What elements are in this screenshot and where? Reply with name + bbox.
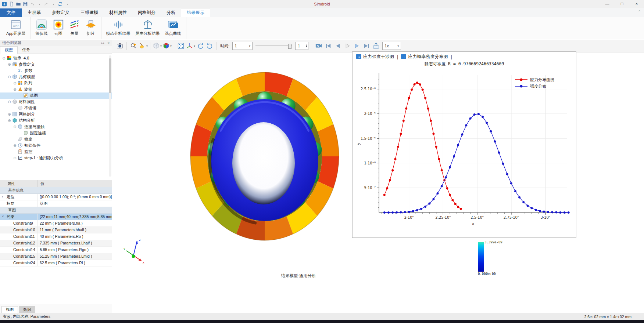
tree-item-contact[interactable]: ⊖连接与接触 xyxy=(0,124,112,130)
bottom-tab-数据[interactable]: 数据 xyxy=(19,306,35,313)
close-panel-icon[interactable]: × xyxy=(107,41,110,45)
speed-combo[interactable]: 1x▾ xyxy=(382,42,401,50)
open-file-button[interactable] xyxy=(15,1,21,7)
clear-button[interactable]: ▾ xyxy=(139,41,148,51)
tree-item-xn[interactable]: Xn参数 xyxy=(0,68,112,74)
view-mode-button[interactable]: ▾ xyxy=(153,41,162,51)
ribbon-tab-主屏幕[interactable]: 主屏幕 xyxy=(22,8,46,17)
spin-arrows[interactable]: ▴▾ xyxy=(306,44,307,48)
new-file-button[interactable] xyxy=(8,1,14,7)
tree-expand-toggle[interactable]: ⊖ xyxy=(12,125,17,129)
tree-scrollbar[interactable] xyxy=(109,55,111,177)
next-frame-button[interactable] xyxy=(353,41,361,51)
tree-item-params-def[interactable]: ⊖参数定义 xyxy=(0,61,112,68)
ribbon-button-buckling-result[interactable]: 屈曲分析结果 xyxy=(133,18,162,37)
tab-stress-probability-density[interactable]: 应力概率密度分布图 xyxy=(401,54,448,60)
tree-expand-toggle[interactable]: ⊖ xyxy=(12,156,17,160)
tree-expand-toggle[interactable]: ⊖ xyxy=(7,75,12,79)
tree-expand-toggle[interactable]: ⊕ xyxy=(7,112,12,116)
property-row-constraint24[interactable]: Constraint2462.5 mm ( Parameters.Ri ) xyxy=(0,260,112,266)
tree-expand-toggle[interactable]: ⊖ xyxy=(1,56,6,60)
export-video-button[interactable] xyxy=(314,41,323,51)
qat-more-button[interactable] xyxy=(64,1,70,7)
property-row-constraint14[interactable]: Constraint145.85 mm ( Parameters.Rgo ) xyxy=(0,247,112,253)
rotate-ccw-button[interactable] xyxy=(196,41,205,51)
tree-expand-toggle[interactable]: ⊕ xyxy=(12,144,17,148)
tree-item-model[interactable]: ⊖轴承_4.0 xyxy=(0,55,112,61)
ribbon-button-slice[interactable]: 切片 xyxy=(83,18,99,37)
tree-item-initial[interactable]: ⊕初始条件 xyxy=(0,142,112,149)
ribbon-tab-file[interactable]: 文件 xyxy=(0,8,22,17)
save-button[interactable] xyxy=(22,1,28,7)
last-frame-button[interactable] xyxy=(362,41,371,51)
property-row-constraint15[interactable]: Constraint1551.25 mm ( Parameters.Lmid ) xyxy=(0,253,112,260)
node-display-button[interactable] xyxy=(176,41,185,51)
tree-expand-toggle[interactable]: ⊖ xyxy=(7,100,12,104)
time-combo[interactable]: 1▾ xyxy=(232,42,253,50)
property-row-constraint10[interactable]: Constraint1011 mm ( Parameters.hhalf ) xyxy=(0,227,112,233)
property-expand-toggle[interactable]: › xyxy=(2,194,3,200)
app-logo[interactable] xyxy=(1,1,7,7)
tree-item-steel[interactable]: 不锈钢 xyxy=(0,105,112,111)
play-button[interactable] xyxy=(343,41,352,51)
browser-tab-任务[interactable]: 任务 xyxy=(18,46,35,54)
bottom-tab-视图[interactable]: 视图 xyxy=(1,306,18,313)
tree-item-array[interactable]: ⊕阵列 xyxy=(0,80,112,86)
tree-item-sketch[interactable]: 草图 xyxy=(0,92,112,99)
ribbon-tab-三维建模[interactable]: 三维建模 xyxy=(75,8,104,17)
ribbon-tab-结果展示[interactable]: 结果展示 xyxy=(181,8,210,17)
tree-expand-toggle[interactable]: ⊖ xyxy=(12,87,17,91)
tree-item-fixed-conn[interactable]: 固定连接 xyxy=(0,130,112,136)
prev-frame-button[interactable] xyxy=(333,41,342,51)
ribbon-collapse-icon[interactable]: ^ xyxy=(638,10,640,14)
dock-panel-icon[interactable]: ↦ xyxy=(101,41,104,45)
redo-dropdown[interactable] xyxy=(50,1,56,7)
property-row--[interactable]: ›定位[(0.00 0.00 1.00); 0 °; (0 mm 0 mm 0 … xyxy=(0,194,112,200)
axes-button[interactable]: ▾ xyxy=(186,41,195,51)
ribbon-button-vector[interactable]: 矢量 xyxy=(67,18,83,37)
ribbon-button-contour[interactable]: 等值线 xyxy=(33,18,50,37)
property-row-constraint9[interactable]: Constraint922 mm ( Parameters.ha ) xyxy=(0,220,112,227)
bearing-model-3d[interactable] xyxy=(187,71,342,243)
close-button[interactable]: × xyxy=(629,0,644,8)
export-animation-button[interactable] xyxy=(372,41,380,51)
slider-thumb[interactable] xyxy=(288,44,291,49)
maximize-button[interactable]: □ xyxy=(615,0,629,8)
probe-button[interactable] xyxy=(129,41,138,51)
browser-tab-模型[interactable]: 模型 xyxy=(0,46,18,54)
undo-button[interactable] xyxy=(29,1,35,7)
frame-spin[interactable]: 1▴▾ xyxy=(295,42,308,50)
tree-item-monitor[interactable]: 监控 xyxy=(0,149,112,155)
tree-expand-toggle[interactable]: ⊕ xyxy=(12,81,17,85)
tree-item-structure[interactable]: ⊖结构分析 xyxy=(0,117,112,124)
tree-expand-toggle[interactable]: ⊖ xyxy=(7,119,12,123)
property-row--[interactable]: ˅约束[22 mm;11 mm;40 mm;7.335 mm;5.85 mm..… xyxy=(0,214,112,220)
tree-item-step[interactable]: ⊖step-1 : 通用静力分析 xyxy=(0,155,112,161)
snapshot-button[interactable] xyxy=(115,41,124,51)
tree-item-material[interactable]: ⊖材料属性 xyxy=(0,99,112,105)
property-row--[interactable]: 标签草图 xyxy=(0,200,112,207)
ribbon-tab-材料属性[interactable]: 材料属性 xyxy=(104,8,132,17)
first-frame-button[interactable] xyxy=(324,41,333,51)
tree-item-geometry[interactable]: ⊖几何模型 xyxy=(0,74,112,80)
ribbon-button-cloud-map[interactable]: 云图 xyxy=(50,18,67,37)
property-row-constraint12[interactable]: Constraint127.335 mm ( Parameters.Lhalf … xyxy=(0,240,112,247)
redo-button[interactable] xyxy=(43,1,49,7)
time-slider[interactable] xyxy=(255,42,292,50)
ribbon-tab-分析[interactable]: 分析 xyxy=(161,8,181,17)
tree-item-mesh[interactable]: ⊕网格剖分 xyxy=(0,111,112,117)
undo-dropdown[interactable] xyxy=(36,1,42,7)
tree-expand-toggle[interactable]: ⊖ xyxy=(7,62,12,66)
rotate-cw-button[interactable] xyxy=(205,41,214,51)
ribbon-button-app-window[interactable]: APPApp开发器 xyxy=(4,18,28,37)
tree-item-revolve[interactable]: ⊖旋转 xyxy=(0,86,112,92)
ribbon-tab-参数定义[interactable]: 参数定义 xyxy=(46,8,75,17)
ribbon-button-point-curve[interactable]: 选点曲线 xyxy=(162,18,184,37)
ribbon-tab-网格剖分[interactable]: 网格剖分 xyxy=(132,8,161,17)
tree-scrollbar-thumb[interactable] xyxy=(109,58,111,93)
property-row-constraint11[interactable]: Constraint1140 mm ( Parameters.Ro ) xyxy=(0,233,112,240)
property-expand-toggle[interactable]: ˅ xyxy=(2,214,4,220)
render-mode-button[interactable]: ▾ xyxy=(162,41,172,51)
tab-stress-strength-interference[interactable]: 应力强度干涉图 xyxy=(356,54,394,60)
refresh-button[interactable] xyxy=(57,1,63,7)
